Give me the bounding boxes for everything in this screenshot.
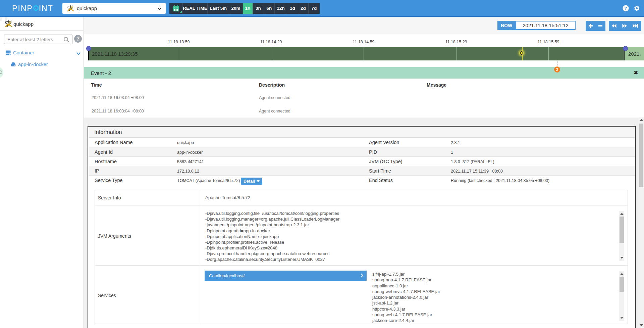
svg-text:?: ? [625,6,627,11]
svg-text:?: ? [76,36,80,42]
